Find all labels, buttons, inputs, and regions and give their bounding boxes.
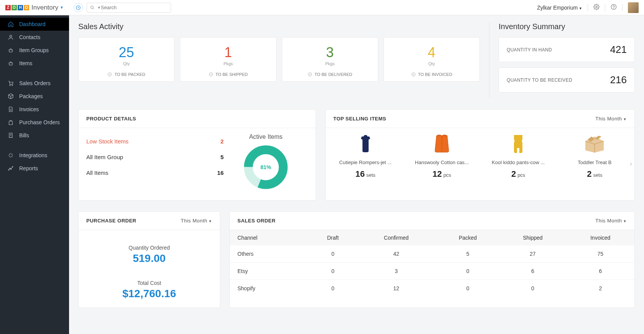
package-icon	[8, 93, 14, 99]
top-selling-item[interactable]: Toddler Treat B2sets	[557, 132, 633, 179]
org-switcher[interactable]: Zylkar Emporium▼	[537, 5, 582, 11]
inventory-summary-title: Inventory Summary	[499, 22, 635, 31]
cell-confirmed: 12	[356, 280, 436, 297]
sidebar-item-bills[interactable]: Bills	[0, 129, 69, 142]
top-selling-title: TOP SELLING ITEMS	[333, 116, 386, 122]
sidebar-item-reports[interactable]: Reports	[0, 162, 69, 175]
table-row[interactable]: Shopify012002	[230, 280, 634, 297]
history-button[interactable]	[74, 3, 83, 12]
divider	[605, 4, 605, 11]
sales-order-period-selector[interactable]: This Month▼	[595, 218, 627, 224]
active-items-title: Active Items	[224, 133, 308, 140]
column-header[interactable]: Shipped	[499, 230, 566, 245]
product-qty: 12pcs	[406, 169, 478, 179]
sidebar-item-contacts[interactable]: Contacts	[0, 31, 69, 44]
cell-channel: Shopify	[230, 280, 310, 297]
app-title[interactable]: Inventory	[31, 4, 58, 12]
table-row[interactable]: Others04252775	[230, 245, 634, 263]
activity-unit: Qty	[387, 61, 476, 66]
search-box[interactable]: ▼	[87, 3, 171, 13]
cell-draft: 0	[310, 263, 356, 280]
top-selling-item[interactable]: Cutiepie Rompers-jet ...16sets	[327, 132, 404, 179]
sidebar-item-sales-orders[interactable]: Sales Orders	[0, 77, 69, 90]
main-content: Sales Activity 25QtyTO BE PACKED1PkgsTO …	[69, 15, 644, 334]
product-image	[406, 132, 478, 155]
column-header[interactable]: Confirmed	[356, 230, 436, 245]
help-icon[interactable]	[611, 4, 617, 11]
activity-card-to-be-shipped[interactable]: 1PkgsTO BE SHIPPED	[180, 37, 276, 82]
product-detail-row[interactable]: All Items16	[86, 165, 224, 181]
search-scope-caret-icon[interactable]: ▼	[97, 6, 101, 10]
zoho-logo[interactable]: ZOHO	[5, 5, 29, 10]
product-image	[559, 132, 631, 155]
product-qty: 2sets	[559, 169, 631, 179]
column-header[interactable]: Invoiced	[567, 230, 634, 245]
activity-status: TO BE SHIPPED	[183, 72, 273, 77]
sidebar-item-integrations[interactable]: Integrations	[0, 149, 69, 162]
inventory-row: QUANTITY TO BE RECEIVED216	[499, 67, 635, 92]
cell-draft: 0	[310, 280, 356, 297]
top-selling-period-selector[interactable]: This Month▼	[595, 116, 627, 122]
sales-activity-section: Sales Activity 25QtyTO BE PACKED1PkgsTO …	[78, 22, 480, 98]
activity-card-to-be-delivered[interactable]: 3PkgsTO BE DELIVERED	[282, 37, 378, 82]
sidebar-item-dashboard[interactable]: Dashboard	[0, 18, 69, 31]
topbar: ZOHO Inventory ▼ ▼ Zylkar Emporium▼	[0, 0, 644, 15]
activity-status: TO BE DELIVERED	[285, 72, 375, 77]
activity-unit: Qty	[82, 61, 171, 66]
divider	[622, 4, 623, 11]
column-header[interactable]: Draft	[310, 230, 356, 245]
activity-value: 3	[285, 44, 375, 61]
avatar[interactable]	[628, 2, 639, 13]
sidebar-item-packages[interactable]: Packages	[0, 90, 69, 103]
sidebar-item-purchase-orders[interactable]: Purchase Orders	[0, 116, 69, 129]
top-selling-item[interactable]: Kool kiddo pants-cow ...2pcs	[480, 132, 557, 179]
product-detail-row[interactable]: All Item Group5	[86, 149, 224, 165]
column-header[interactable]: Channel	[230, 230, 310, 245]
home-icon	[8, 21, 14, 27]
column-header[interactable]: Packed	[436, 230, 499, 245]
cell-draft: 0	[310, 245, 356, 263]
product-qty: 16sets	[329, 169, 401, 179]
cell-invoiced: 6	[567, 263, 634, 280]
top-selling-item[interactable]: Hanswooly Cotton cas...12pcs	[404, 132, 480, 179]
product-details-panel: PRODUCT DETAILS Low Stock Items2All Item…	[78, 109, 316, 201]
doc-icon	[8, 106, 14, 112]
sidebar-item-invoices[interactable]: Invoices	[0, 103, 69, 116]
sales-order-panel: SALES ORDER This Month▼ ChannelDraftConf…	[229, 211, 635, 308]
top-selling-panel: TOP SELLING ITEMS This Month▼ Cutiepie R…	[325, 109, 635, 201]
qty-ordered-value: 519.00	[86, 252, 212, 265]
sales-order-title: SALES ORDER	[237, 218, 275, 224]
svg-point-9	[8, 169, 9, 170]
cell-shipped: 27	[499, 245, 566, 263]
svg-point-14	[209, 73, 212, 76]
purchase-order-panel: PURCHASE ORDER This Month▼ Quantity Orde…	[78, 211, 220, 308]
sidebar: DashboardContactsItem GroupsItemsSales O…	[0, 15, 69, 334]
activity-value: 4	[387, 44, 476, 61]
cell-packed: 5	[436, 245, 499, 263]
active-items-donut-chart: 81%	[243, 144, 289, 190]
svg-point-1	[91, 6, 93, 8]
table-row[interactable]: Etsy03066	[230, 263, 634, 280]
svg-point-12	[12, 166, 13, 167]
activity-card-to-be-invoiced[interactable]: 4QtyTO BE INVOICED	[384, 37, 480, 82]
svg-line-2	[93, 8, 94, 9]
svg-point-5	[614, 8, 614, 8]
inventory-value: 216	[610, 74, 627, 86]
purchase-order-period-selector[interactable]: This Month▼	[181, 218, 212, 224]
product-name: Cutiepie Rompers-jet ...	[329, 160, 401, 165]
gear-icon[interactable]	[593, 4, 600, 11]
product-image	[329, 132, 401, 155]
sidebar-item-items[interactable]: Items	[0, 57, 69, 70]
product-detail-row[interactable]: Low Stock Items2	[86, 133, 224, 149]
qty-ordered-label: Quantity Ordered	[86, 245, 212, 251]
activity-card-to-be-packed[interactable]: 25QtyTO BE PACKED	[78, 37, 175, 82]
cell-packed: 0	[436, 280, 499, 297]
svg-point-8	[12, 85, 13, 86]
sidebar-item-item-groups[interactable]: Item Groups	[0, 44, 69, 57]
carousel-next-icon[interactable]	[628, 160, 634, 170]
activity-status: TO BE INVOICED	[387, 72, 476, 77]
search-input[interactable]	[101, 5, 168, 10]
cell-channel: Others	[230, 245, 310, 263]
app-switcher-caret-icon[interactable]: ▼	[60, 5, 64, 10]
product-name: Kool kiddo pants-cow ...	[483, 160, 554, 165]
